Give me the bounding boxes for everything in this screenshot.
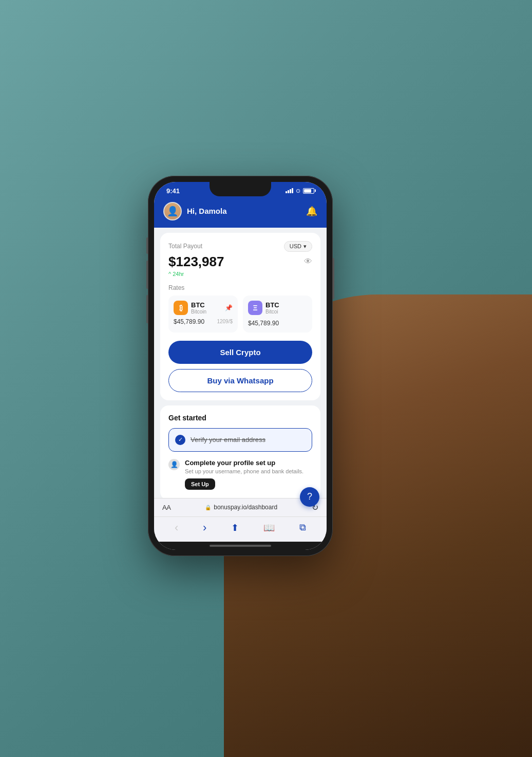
back-button[interactable]: ‹ — [175, 521, 178, 534]
battery-fill — [304, 189, 311, 193]
payout-label: Total Payout — [168, 243, 202, 250]
bell-icon[interactable]: 🔔 — [306, 206, 317, 217]
setup-button[interactable]: Set Up — [185, 478, 215, 490]
task-profile-setup: 👤 Complete your profile set up Set up yo… — [168, 457, 312, 492]
rate-coin-info: ₿ BTC Bitcoin — [174, 301, 206, 315]
rates-label: Rates — [168, 284, 312, 291]
url-bar[interactable]: 🔒 bonuspay.io/dashboard — [170, 504, 312, 511]
signal-bar-1 — [286, 191, 287, 193]
signal-bar-2 — [288, 190, 289, 193]
bookmarks-icon[interactable]: 📖 — [263, 522, 275, 533]
task-verify-text: Verify your email address — [191, 436, 265, 444]
sell-crypto-button[interactable]: Sell Crypto — [168, 341, 312, 364]
currency-badge[interactable]: USD ▾ — [284, 241, 312, 252]
lock-icon: 🔒 — [205, 505, 211, 510]
share-icon[interactable]: ⬆ — [231, 522, 239, 533]
wifi-icon: ⊙ — [296, 188, 300, 194]
nav-bar: ‹ › ⬆ 📖 ⧉ — [154, 516, 327, 542]
forward-button[interactable]: › — [203, 521, 206, 534]
task-verify-email: ✓ Verify your email address — [168, 428, 312, 452]
phone-frame: 9:41 ⊙ 👤 — [148, 176, 333, 556]
rate-card-eth: Ξ BTC Bitcoi $45,789.90 — [243, 296, 312, 333]
greeting-text: Hi, Damola — [187, 207, 227, 215]
volume-up-button — [146, 237, 148, 254]
btc-coin-name: BTC — [191, 301, 206, 309]
eth-price: $45,789.90 — [248, 320, 279, 327]
btc-per: 1209/$ — [217, 319, 233, 324]
aa-label[interactable]: AA — [162, 504, 170, 511]
home-bar — [210, 545, 271, 547]
chevron-down-icon: ▾ — [303, 243, 307, 250]
task-check-icon: ✓ — [175, 435, 185, 445]
avatar-face: 👤 — [164, 203, 181, 219]
payout-amount: $123,987 — [168, 254, 224, 270]
signal-bar-3 — [290, 189, 291, 193]
eth-coin-icon: Ξ — [248, 301, 262, 315]
rate-card-header: ₿ BTC Bitcoin 📌 — [174, 301, 233, 315]
avatar: 👤 — [163, 202, 182, 220]
battery-icon — [303, 188, 314, 194]
home-indicator — [154, 542, 327, 550]
currency-text: USD — [290, 243, 301, 249]
silent-button — [146, 295, 148, 323]
whatsapp-button[interactable]: Buy via Whatsapp — [168, 369, 312, 392]
rate-card-eth-header: Ξ BTC Bitcoi — [248, 301, 307, 315]
header-left: 👤 Hi, Damola — [163, 202, 227, 220]
get-started-title: Get started — [168, 414, 312, 422]
btc-coin-icon: ₿ — [174, 301, 188, 315]
btc-price: $45,789.90 — [174, 318, 204, 325]
rate-card-btc: ₿ BTC Bitcoin 📌 $45,789.90 — [168, 296, 238, 333]
phone-notch — [210, 182, 271, 196]
payout-amount-row: $123,987 👁 — [168, 254, 312, 270]
app-header: 👤 Hi, Damola 🔔 — [154, 198, 327, 228]
task-2-title: Complete your profile set up — [185, 459, 312, 467]
url-text: bonuspay.io/dashboard — [214, 504, 277, 511]
eth-coin-info: Ξ BTC Bitcoi — [248, 301, 279, 315]
phone-wrapper: 9:41 ⊙ 👤 — [148, 176, 333, 556]
btc-coin-fullname: Bitcoin — [191, 309, 206, 315]
signal-icon — [286, 188, 293, 193]
btc-coin-details: BTC Bitcoin — [191, 301, 206, 315]
btc-price-row: $45,789.90 1209/$ — [174, 318, 233, 325]
power-button — [333, 258, 334, 299]
float-help-button[interactable]: ? — [300, 487, 319, 507]
pin-icon: 📌 — [225, 304, 233, 311]
phone-screen: 9:41 ⊙ 👤 — [154, 182, 327, 550]
eth-coin-name: BTC — [265, 301, 279, 309]
task-2-desc: Set up your username, phone and bank det… — [185, 468, 312, 474]
user-icon: 👤 — [170, 461, 178, 468]
payout-header: Total Payout USD ▾ — [168, 241, 312, 252]
status-time: 9:41 — [166, 187, 180, 195]
eye-icon[interactable]: 👁 — [304, 257, 312, 266]
eth-coin-fullname: Bitcoi — [265, 309, 279, 315]
get-started-card: Get started ✓ Verify your email address … — [160, 405, 320, 498]
rates-row: ₿ BTC Bitcoin 📌 $45,789.90 — [168, 296, 312, 333]
task-2-content: Complete your profile set up Set up your… — [185, 459, 312, 490]
payout-change: ^ 24hr — [168, 271, 312, 277]
main-card: Total Payout USD ▾ $123,987 👁 ^ 24hr Rat… — [160, 233, 320, 400]
task-pending-icon: 👤 — [168, 459, 180, 470]
scroll-content: Total Payout USD ▾ $123,987 👁 ^ 24hr Rat… — [154, 228, 327, 498]
status-icons: ⊙ — [286, 188, 314, 194]
tabs-icon[interactable]: ⧉ — [299, 522, 306, 533]
volume-down-button — [146, 261, 148, 289]
eth-coin-details: BTC Bitcoi — [265, 301, 279, 315]
signal-bar-4 — [292, 188, 293, 193]
eth-price-row: $45,789.90 — [248, 318, 307, 327]
